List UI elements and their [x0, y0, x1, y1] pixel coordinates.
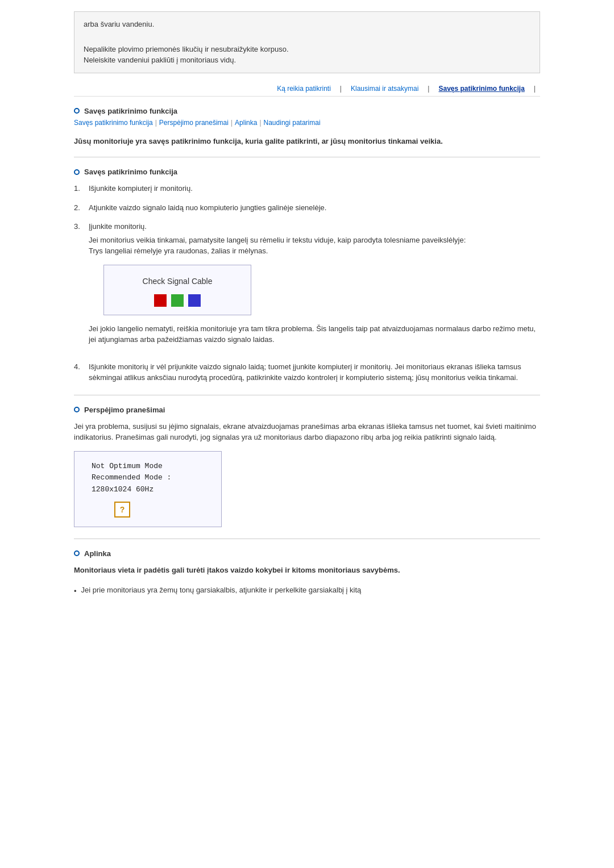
- blue-square: [188, 294, 201, 307]
- subsection-self-title: Savęs patikrinimo funkcija: [74, 168, 540, 176]
- optimum-line-1: Not Optimum Mode: [92, 461, 171, 473]
- subsection-warnings-title: Perspėjimo pranešimai: [74, 406, 540, 414]
- step-3-num: 3.: [74, 221, 85, 232]
- step-4-content: Išjunkite monitorių ir vėl prijunkite va…: [89, 361, 540, 383]
- blue-circle-self-icon: [74, 169, 80, 175]
- question-button[interactable]: ?: [114, 502, 130, 518]
- subsection-environment-label: Aplinka: [84, 549, 111, 558]
- step-3: 3. Įjunkite monitorių. Jei monitorius ve…: [74, 221, 540, 353]
- optimum-line-2: Recommended Mode :: [92, 472, 171, 484]
- main-section-header: Savęs patikrinimo funkcija: [74, 107, 540, 115]
- optimum-line-3: 1280x1024 60Hz: [92, 484, 171, 496]
- bullet-dot-1: •: [74, 586, 77, 597]
- nav-sep-3: |: [534, 85, 536, 93]
- warnings-section: Perspėjimo pranešimai Jei yra problema, …: [74, 406, 540, 527]
- subsection-environment-title: Aplinka: [74, 549, 540, 558]
- nav-sep-1: |: [340, 85, 342, 93]
- step-2-num: 2.: [74, 202, 85, 214]
- signal-cable-box: Check Signal Cable: [103, 265, 251, 315]
- red-square: [154, 294, 167, 307]
- tab-qa[interactable]: Klausimai ir atsakymai: [351, 85, 418, 93]
- blue-circle-env-icon: [74, 550, 80, 556]
- signal-box-title: Check Signal Cable: [143, 276, 213, 287]
- divider-3: [74, 539, 540, 539]
- top-table: arba švariu vandeniu. Nepalikite plovimo…: [74, 11, 540, 73]
- bullet-text-1: Jei prie monitoriaus yra žemų tonų garsi…: [81, 585, 362, 596]
- nav-sep-2: |: [428, 85, 429, 93]
- step-2-text: Atjunkite vaizdo signalo laidą nuo kompi…: [89, 203, 326, 212]
- sub-nav-sep-2: |: [231, 119, 233, 127]
- table-row-1: arba švariu vandeniu.: [74, 12, 540, 37]
- subsection-self-label: Savęs patikrinimo funkcija: [84, 168, 177, 176]
- self-check-section: Savęs patikrinimo funkcija 1. Išjunkite …: [74, 168, 540, 383]
- sub-nav-environment[interactable]: Aplinka: [235, 119, 257, 127]
- green-square: [171, 294, 184, 307]
- page-wrapper: arba švariu vandeniu. Nepalikite plovimo…: [51, 0, 563, 620]
- main-section-title: Savęs patikrinimo funkcija: [84, 107, 177, 115]
- sub-nav-sep-1: |: [155, 119, 157, 127]
- step-1: 1. Išjunkite kompiuterį ir monitorių.: [74, 183, 540, 194]
- divider-2: [74, 395, 540, 395]
- step-4-num: 4.: [74, 361, 85, 373]
- blue-circle-warnings-icon: [74, 407, 80, 412]
- step-4: 4. Išjunkite monitorių ir vėl prijunkite…: [74, 361, 540, 383]
- optimum-mode-box: Not Optimum Mode Recommended Mode : 1280…: [74, 451, 222, 527]
- environment-bullets: • Jei prie monitoriaus yra žemų tonų gar…: [74, 585, 540, 597]
- step-2: 2. Atjunkite vaizdo signalo laidą nuo ko…: [74, 202, 540, 214]
- tab-check-signal[interactable]: Ką reikia patikrinti: [277, 85, 331, 93]
- sub-nav: Savęs patikrinimo funkcija | Perspėjimo …: [74, 119, 540, 127]
- tab-self-check[interactable]: Savęs patikrinimo funkcija: [438, 85, 524, 93]
- step-4-text: Išjunkite monitorių ir vėl prijunkite va…: [89, 362, 521, 382]
- warnings-paragraph: Jei yra problema, susijusi su įėjimo sig…: [74, 421, 540, 443]
- sub-nav-self[interactable]: Savęs patikrinimo funkcija: [74, 119, 153, 127]
- subsection-warnings-label: Perspėjimo pranešimai: [84, 406, 165, 414]
- step-1-num: 1.: [74, 183, 85, 194]
- step-3-subtext: Jei monitorius veikia tinkamai, pamatysi…: [89, 235, 540, 257]
- color-squares: [154, 294, 201, 307]
- sub-nav-warnings[interactable]: Perspėjimo pranešimai: [159, 119, 229, 127]
- sub-nav-sep-3: |: [259, 119, 261, 127]
- self-check-steps: 1. Išjunkite kompiuterį ir monitorių. 2.…: [74, 183, 540, 383]
- bullet-item-1: • Jei prie monitoriaus yra žemų tonų gar…: [74, 585, 540, 597]
- environment-intro: Monitoriaus vieta ir padėtis gali turėti…: [74, 565, 540, 576]
- intro-bold: Jūsų monitoriuje yra savęs patikrinimo f…: [74, 136, 540, 147]
- environment-section: Aplinka Monitoriaus vieta ir padėtis gal…: [74, 549, 540, 597]
- optimum-box-text: Not Optimum Mode Recommended Mode : 1280…: [86, 461, 171, 496]
- step-2-content: Atjunkite vaizdo signalo laidą nuo kompi…: [89, 202, 540, 214]
- step-3-content: Įjunkite monitorių. Jei monitorius veiki…: [89, 221, 540, 353]
- step-1-text: Išjunkite kompiuterį ir monitorių.: [89, 184, 193, 193]
- sub-nav-tips[interactable]: Naudingi patarimai: [264, 119, 321, 127]
- blue-circle-icon: [74, 108, 80, 114]
- nav-tabs: Ką reikia patikrinti | Klausimai ir atsa…: [74, 85, 540, 97]
- step-3-text: Įjunkite monitorių.: [89, 222, 147, 231]
- step-1-content: Išjunkite kompiuterį ir monitorių.: [89, 183, 540, 194]
- divider-1: [74, 157, 540, 157]
- signal-note: Jei jokio langelio nematyti, reiškia mon…: [89, 323, 540, 345]
- table-row-2: Nepalikite plovimo priemonės likučių ir …: [74, 37, 540, 73]
